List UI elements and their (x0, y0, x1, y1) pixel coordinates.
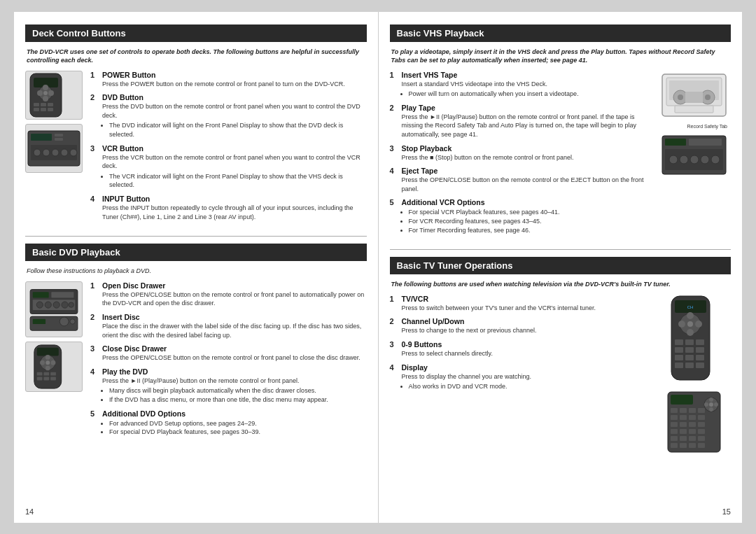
svg-rect-61 (665, 139, 686, 146)
svg-rect-115 (680, 436, 687, 441)
dvd-remote-image (25, 342, 83, 392)
play-dvd-bullets: Many discs will begin playback automatic… (109, 386, 367, 404)
record-safety-label: Record Safety Tab (661, 124, 727, 129)
svg-point-94 (709, 407, 713, 412)
svg-rect-88 (685, 363, 694, 368)
remote-image-1 (25, 71, 83, 120)
svg-rect-89 (696, 363, 704, 368)
svg-rect-112 (689, 429, 696, 434)
svg-point-6 (48, 90, 54, 96)
tuner-section: Basic TV Tuner Operations The following … (390, 257, 732, 455)
svg-rect-100 (689, 408, 696, 413)
deck-control-images (25, 71, 85, 227)
svg-point-28 (36, 302, 43, 308)
svg-rect-116 (689, 436, 696, 441)
svg-rect-34 (33, 319, 46, 324)
svg-rect-84 (675, 355, 683, 360)
step-vcr-options: 5 Additional VCR Options For special VCR… (390, 198, 656, 234)
svg-rect-79 (685, 339, 694, 345)
svg-point-4 (43, 96, 48, 101)
deck-control-section: Deck Control Buttons The DVD-VCR uses on… (25, 24, 367, 227)
svg-rect-12 (41, 108, 46, 111)
svg-point-32 (69, 302, 74, 307)
dvd-device-image (25, 281, 83, 337)
svg-rect-45 (37, 372, 43, 376)
svg-rect-119 (680, 443, 687, 448)
dvd-playback-section: Basic DVD Playback Follow these instruct… (25, 244, 367, 442)
step-open-drawer: 1 Open Disc Drawer Press the OPEN/CLOSE … (90, 281, 367, 308)
step-input: 4 INPUT Button Press the INPUT button re… (90, 195, 367, 221)
deck-control-content: 1 POWER Button Press the POWER button on… (25, 71, 367, 227)
svg-rect-99 (680, 408, 687, 413)
svg-point-96 (714, 402, 718, 407)
step-eject-tape: 4 Eject Tape Press the OPEN/CLOSE button… (390, 167, 656, 193)
svg-rect-15 (31, 134, 52, 141)
tuner-images: CH (661, 295, 731, 455)
section-divider-2 (390, 249, 732, 250)
svg-point-29 (45, 302, 51, 308)
svg-point-31 (62, 302, 68, 308)
tuner-title: Basic TV Tuner Operations (390, 257, 732, 274)
svg-point-93 (709, 398, 713, 402)
svg-rect-91 (671, 395, 693, 405)
step-stop-playback: 3 Stop Playback Press the ■ (Stop) butto… (390, 144, 656, 162)
svg-point-77 (687, 321, 693, 327)
svg-rect-62 (689, 139, 722, 146)
display-bullets: Also works in DVD and VCR mode. (409, 382, 656, 391)
svg-point-95 (704, 402, 708, 407)
svg-rect-117 (698, 436, 705, 441)
svg-point-66 (690, 155, 699, 164)
dvd-images (25, 281, 85, 442)
step-play-dvd: 4 Play the DVD Press the ►II (Play/Pause… (90, 367, 367, 405)
svg-rect-17 (55, 138, 63, 141)
page-left: Deck Control Buttons The DVD-VCR uses on… (14, 12, 379, 523)
svg-point-30 (53, 302, 59, 308)
svg-rect-118 (671, 443, 678, 448)
svg-point-41 (46, 365, 50, 370)
deck-control-title: Deck Control Buttons (25, 24, 367, 42)
svg-rect-109 (698, 422, 705, 427)
step-insert-disc: 2 Insert Disc Place the disc in the draw… (90, 313, 367, 339)
tuner-remote-image: CH (661, 295, 731, 387)
step-channel-updown: 2 Channel Up/Down Press to change to the… (390, 317, 656, 335)
svg-text:CH: CH (687, 305, 694, 309)
svg-point-64 (669, 155, 678, 164)
svg-point-44 (46, 360, 50, 365)
svg-point-57 (705, 94, 710, 100)
svg-rect-114 (671, 436, 678, 441)
svg-point-65 (680, 155, 688, 164)
svg-rect-78 (675, 339, 683, 345)
vhs-tape-svg (661, 71, 727, 121)
dvd-bullets: The DVD indicator will light on the Fron… (109, 121, 367, 139)
vhs-images: Record Safety Tab (661, 71, 731, 240)
svg-rect-8 (34, 103, 39, 106)
svg-rect-103 (680, 415, 687, 420)
svg-point-55 (678, 94, 683, 100)
svg-point-7 (43, 91, 48, 95)
step-vcr: 3 VCR Button Press the VCR button on the… (90, 144, 367, 190)
svg-rect-46 (43, 372, 49, 376)
step-insert-vhs: 1 Insert VHS Tape Insert a standard VHS … (390, 71, 656, 99)
svg-rect-121 (698, 443, 705, 448)
vcr-options-bullets: For special VCR Playback features, see p… (409, 208, 656, 234)
svg-point-76 (695, 321, 702, 328)
svg-rect-82 (685, 347, 694, 353)
dvd-playback-content: 1 Open Disc Drawer Press the OPEN/CLOSE … (25, 281, 367, 442)
vhs-playback-section: Basic VHS Playback To play a videotape, … (390, 24, 732, 240)
dvd-options-bullets: For advanced DVD Setup options, see page… (109, 419, 367, 437)
vhs-content: 1 Insert VHS Tape Insert a standard VHS … (390, 71, 732, 240)
svg-point-22 (61, 149, 68, 156)
svg-rect-11 (34, 108, 39, 111)
svg-rect-9 (41, 103, 46, 106)
svg-point-74 (687, 329, 694, 336)
svg-point-67 (701, 155, 709, 164)
dvd-playback-title: Basic DVD Playback (25, 244, 367, 261)
svg-rect-48 (37, 377, 43, 380)
page-right: Basic VHS Playback To play a videotape, … (379, 12, 743, 523)
svg-point-20 (43, 149, 50, 156)
page-number-left: 14 (25, 507, 34, 516)
svg-rect-110 (671, 429, 678, 434)
svg-point-97 (709, 402, 713, 407)
vhs-playback-intro: To play a videotape, simply insert it in… (390, 48, 732, 65)
svg-point-75 (678, 321, 685, 328)
